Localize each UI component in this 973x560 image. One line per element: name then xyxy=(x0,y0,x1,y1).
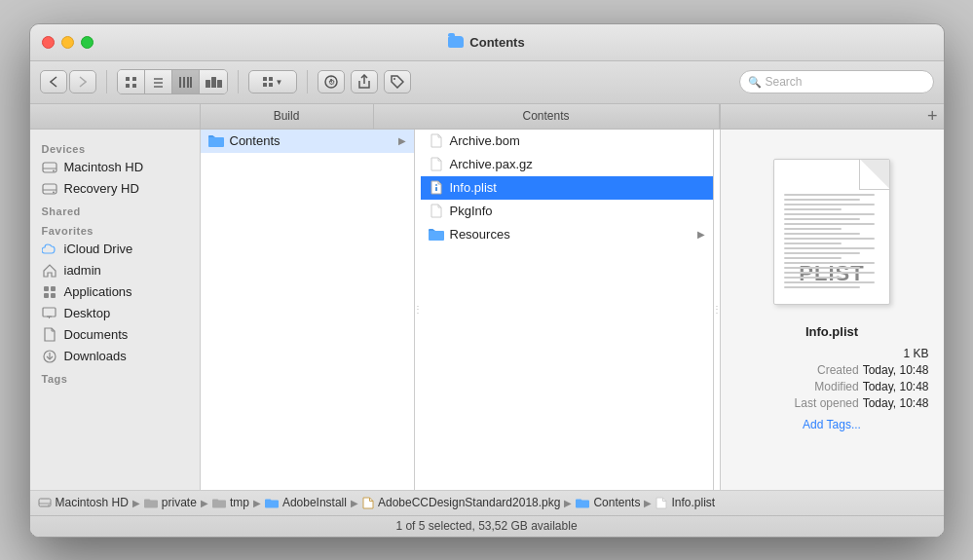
sidebar-item-icloud-drive[interactable]: iCloud Drive xyxy=(30,239,200,260)
preview-metadata: 1 KB Created Today, 10:48 Modified Today… xyxy=(735,347,929,413)
icon-view-icon xyxy=(125,76,137,89)
breadcrumb-macintosh-hd[interactable]: Macintosh HD xyxy=(38,496,129,509)
svg-rect-33 xyxy=(43,308,56,317)
sidebar-item-applications[interactable]: Applications xyxy=(30,281,200,303)
archive-bom-label: Archive.bom xyxy=(450,133,520,148)
modified-label: Modified xyxy=(781,380,859,393)
bc-sep-1: ▶ xyxy=(132,498,140,508)
breadcrumb-adobepkg[interactable]: AdobeCCDesignStandard2018.pkg xyxy=(362,496,560,509)
last-opened-value: Today, 10:48 xyxy=(863,396,929,410)
svg-rect-16 xyxy=(263,83,267,87)
created-row: Created Today, 10:48 xyxy=(735,363,929,377)
breadcrumb-tmp[interactable]: tmp xyxy=(212,496,249,509)
title-folder-icon xyxy=(448,36,464,48)
cover-flow-button[interactable] xyxy=(200,70,227,93)
recovery-hdd-icon xyxy=(42,181,57,197)
hdd-icon xyxy=(42,160,57,175)
bc-sep-3: ▶ xyxy=(253,498,261,508)
svg-point-28 xyxy=(53,191,55,193)
resize-handle-1[interactable] xyxy=(415,130,421,490)
minimize-button[interactable] xyxy=(61,36,74,49)
svg-rect-30 xyxy=(51,286,56,291)
main-content: Devices Macintosh HD xyxy=(30,130,944,490)
share-icon xyxy=(357,74,371,90)
window-title: Contents xyxy=(469,35,524,50)
cover-flow-icon xyxy=(205,76,222,89)
search-icon: 🔍 xyxy=(748,76,762,89)
info-plist-icon xyxy=(429,180,444,196)
sidebar-item-downloads[interactable]: Downloads xyxy=(30,346,200,367)
sidebar-item-desktop[interactable]: Desktop xyxy=(30,303,200,324)
svg-rect-29 xyxy=(44,286,49,291)
breadcrumb-pkg-icon xyxy=(362,497,374,509)
breadcrumb-infoplist[interactable]: Info.plist xyxy=(655,496,715,509)
resources-item[interactable]: Resources ▶ xyxy=(421,223,713,246)
back-button[interactable] xyxy=(40,70,67,93)
maximize-button[interactable] xyxy=(81,36,94,49)
created-value: Today, 10:48 xyxy=(863,363,929,377)
sidebar-item-recovery-hd[interactable]: Recovery HD xyxy=(30,178,200,200)
svg-point-25 xyxy=(53,169,55,171)
back-icon xyxy=(50,76,57,88)
arrange-button[interactable]: ▼ xyxy=(248,70,297,93)
breadcrumb-private[interactable]: private xyxy=(144,496,197,509)
separator-3 xyxy=(307,70,308,93)
created-label: Created xyxy=(781,363,859,377)
traffic-lights xyxy=(42,36,94,49)
bc-sep-4: ▶ xyxy=(351,498,358,508)
view-buttons xyxy=(117,69,228,94)
archive-bom-item[interactable]: Archive.bom xyxy=(421,130,713,153)
pkginfo-item[interactable]: PkgInfo xyxy=(421,200,713,223)
devices-section-label: Devices xyxy=(30,137,200,157)
tag-button[interactable] xyxy=(384,70,411,93)
macintosh-hd-label: Macintosh HD xyxy=(64,160,144,174)
documents-icon xyxy=(42,327,57,343)
action-button[interactable]: ⚙ xyxy=(318,70,345,93)
info-plist-label: Info.plist xyxy=(450,180,497,195)
breadcrumb-bar: Macintosh HD ▶ private ▶ tmp ▶ AdobeInst… xyxy=(30,490,944,515)
contents-folder-item[interactable]: Contents ▶ xyxy=(201,130,414,153)
svg-point-42 xyxy=(48,504,50,506)
sidebar-item-macintosh-hd[interactable]: Macintosh HD xyxy=(30,157,200,178)
sidebar-item-iadmin[interactable]: iadmin xyxy=(30,260,200,281)
archive-pax-item[interactable]: Archive.pax.gz xyxy=(421,153,713,176)
column-view-button[interactable] xyxy=(172,70,200,93)
contents-folder-chevron: ▶ xyxy=(398,135,406,146)
svg-rect-0 xyxy=(126,77,130,81)
breadcrumb-contents[interactable]: Contents xyxy=(576,496,640,509)
resources-chevron: ▶ xyxy=(697,229,705,240)
info-plist-item[interactable]: Info.plist xyxy=(421,176,713,200)
add-tags-link[interactable]: Add Tags... xyxy=(803,418,861,431)
sidebar: Devices Macintosh HD xyxy=(30,130,201,490)
resize-handle-2[interactable] xyxy=(714,130,720,490)
toolbar: ▼ ⚙ 🔍 Sear xyxy=(30,61,944,104)
modified-value: Today, 10:48 xyxy=(863,380,929,393)
breadcrumb-folder-1-icon xyxy=(144,498,158,508)
contents-column: Archive.bom Archive.pax.gz xyxy=(421,130,714,490)
search-box[interactable]: 🔍 Search xyxy=(739,70,934,93)
breadcrumb-adobeinstall[interactable]: AdobeInstall xyxy=(265,496,347,509)
desktop-label: Desktop xyxy=(64,306,111,320)
bc-macintosh-hd: Macintosh HD xyxy=(56,496,129,509)
separator-1 xyxy=(106,70,107,93)
house-icon xyxy=(42,263,57,279)
list-view-button[interactable] xyxy=(145,70,172,93)
svg-rect-1 xyxy=(132,77,136,81)
preview-icon-container: PLIST xyxy=(759,149,905,315)
bc-contents: Contents xyxy=(593,496,640,509)
recovery-hd-label: Recovery HD xyxy=(64,181,139,196)
icon-view-button[interactable] xyxy=(118,70,145,93)
size-row: 1 KB xyxy=(735,347,929,360)
archive-bom-icon xyxy=(429,133,444,149)
svg-point-38 xyxy=(435,184,437,186)
sidebar-item-documents[interactable]: Documents xyxy=(30,324,200,346)
last-opened-row: Last opened Today, 10:48 xyxy=(735,396,929,410)
svg-rect-13 xyxy=(217,80,222,88)
nav-buttons xyxy=(40,70,96,93)
add-column-button[interactable]: + xyxy=(927,106,938,127)
forward-button[interactable] xyxy=(69,70,96,93)
search-placeholder: Search xyxy=(766,75,803,89)
tags-section-label: Tags xyxy=(30,367,200,387)
close-button[interactable] xyxy=(42,36,55,49)
share-button[interactable] xyxy=(351,70,378,93)
